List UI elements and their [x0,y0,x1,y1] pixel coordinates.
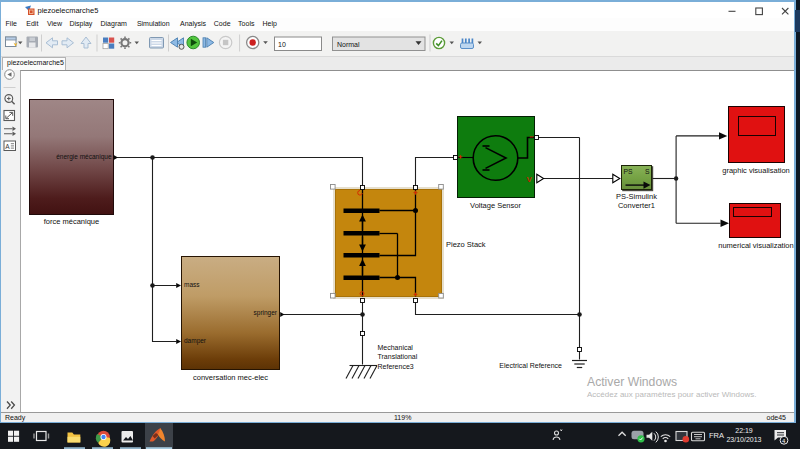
svg-text:A: A [5,143,10,150]
